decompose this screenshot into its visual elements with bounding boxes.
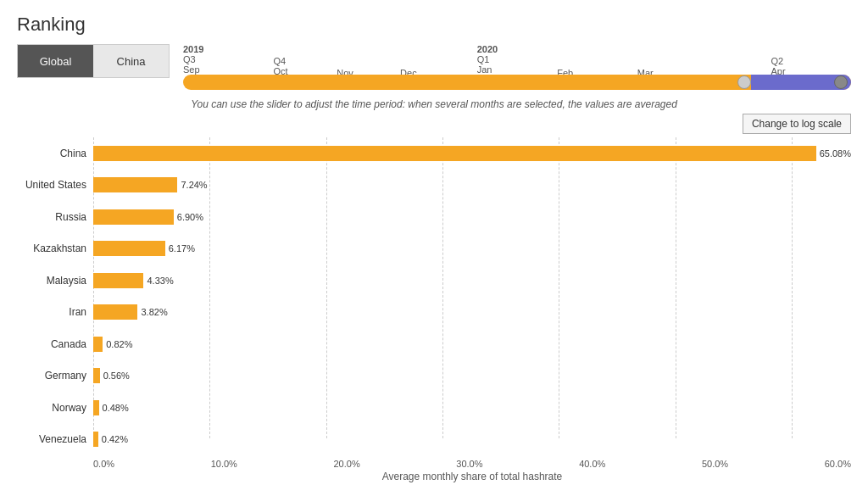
timeline-group: Mar (637, 44, 654, 78)
bar-row: Canada0.82% (17, 332, 851, 356)
x-tick: 10.0% (211, 459, 237, 469)
timeline-group: Q4Oct (273, 44, 287, 76)
timeline-quarter: Q4 (273, 56, 286, 66)
bar-fill (93, 400, 99, 415)
bar-track: 0.42% (93, 432, 851, 447)
log-scale-button[interactable]: Change to log scale (743, 114, 851, 134)
chart-inner: China65.08%United States7.24%Russia6.90%… (17, 137, 851, 482)
bar-row: Iran3.82% (17, 300, 851, 324)
bar-chart: China65.08%United States7.24%Russia6.90%… (17, 137, 851, 455)
bar-fill (93, 304, 137, 320)
tab-china[interactable]: China (93, 45, 169, 77)
bar-track: 0.56% (93, 368, 851, 383)
timeline-year: 2020 (477, 44, 498, 54)
bar-track: 0.82% (93, 337, 851, 352)
bar-value-label: 3.82% (141, 307, 167, 317)
timeline-quarter: Q2 (771, 56, 783, 66)
bar-country-label: Iran (17, 306, 93, 318)
chart-area: Change to log scale China65.08%United St… (17, 114, 851, 482)
timeline-quarter: Q3 (183, 54, 196, 64)
bar-country-label: Canada (17, 338, 93, 350)
bar-country-label: Norway (17, 402, 93, 414)
bar-value-label: 0.42% (102, 434, 128, 444)
x-tick: 40.0% (579, 459, 605, 469)
page-container: Ranking Global China 2019Q3SepQ4OctNovDe… (0, 0, 868, 496)
bar-row: United States7.24% (17, 173, 851, 197)
bar-country-label: Germany (17, 370, 93, 382)
bar-fill (93, 273, 143, 288)
bar-track: 4.33% (93, 273, 851, 288)
bar-country-label: Kazakhstan (17, 242, 93, 254)
bar-track: 7.24% (93, 177, 851, 192)
bar-row: Russia6.90% (17, 205, 851, 229)
timeline-group: Feb (557, 44, 573, 78)
bar-country-label: United States (17, 179, 93, 191)
bar-track: 65.08% (93, 146, 851, 161)
x-tick: 20.0% (334, 459, 360, 469)
bar-value-label: 0.82% (106, 339, 132, 349)
timeline-bar[interactable] (183, 75, 851, 90)
bar-track: 6.17% (93, 241, 851, 256)
timeline-handle-right[interactable] (834, 75, 848, 89)
bar-row: Venezuela0.42% (17, 427, 851, 451)
bar-track: 3.82% (93, 304, 851, 320)
bar-fill (93, 146, 816, 161)
bar-country-label: Venezuela (17, 433, 93, 445)
x-axis: 0.0%10.0%20.0%30.0%40.0%50.0%60.0% (93, 459, 851, 469)
bar-fill (93, 241, 165, 256)
bar-value-label: 4.33% (147, 276, 173, 286)
x-axis-label: Average monthly share of total hashrate (93, 471, 851, 482)
x-tick: 60.0% (825, 459, 851, 469)
tab-group: Global China (17, 44, 170, 78)
timeline-month: Jan (477, 64, 492, 75)
bar-fill (93, 177, 177, 192)
bar-fill (93, 432, 98, 447)
bar-row: Norway0.48% (17, 396, 851, 420)
tab-global[interactable]: Global (18, 45, 93, 77)
bar-value-label: 7.24% (181, 180, 207, 190)
x-tick: 0.0% (93, 459, 114, 469)
bar-value-label: 0.48% (103, 403, 129, 413)
bar-fill (93, 368, 100, 383)
timeline-quarter: Q1 (477, 54, 490, 64)
top-section: Global China 2019Q3SepQ4OctNovDec2020Q1J… (17, 44, 851, 90)
bar-track: 0.48% (93, 400, 851, 415)
hint-text: You can use the slider to adjust the tim… (17, 98, 851, 110)
x-tick: 30.0% (456, 459, 482, 469)
bar-track: 6.90% (93, 209, 851, 225)
timeline-group: Nov (337, 44, 353, 78)
bar-country-label: Malaysia (17, 275, 93, 287)
bar-fill (93, 337, 103, 352)
timeline-labels: 2019Q3SepQ4OctNovDec2020Q1JanFebMarQ2Apr (183, 44, 851, 73)
bar-value-label: 6.17% (169, 243, 195, 254)
timeline-handle-left[interactable] (737, 75, 751, 89)
timeline-group: 2020Q1Jan (477, 44, 498, 75)
page-title: Ranking (17, 14, 851, 36)
bar-row: Malaysia4.33% (17, 269, 851, 293)
x-tick: 50.0% (702, 459, 728, 469)
bar-value-label: 6.90% (177, 212, 203, 222)
timeline-group: Dec (400, 44, 417, 78)
bar-row: China65.08% (17, 142, 851, 165)
bar-row: Germany0.56% (17, 364, 851, 387)
bar-country-label: China (17, 148, 93, 159)
timeline-month: Sep (183, 64, 200, 75)
bar-value-label: 0.56% (103, 371, 130, 381)
timeline-group: Q2Apr (771, 44, 785, 76)
timeline-group: 2019Q3Sep (183, 44, 203, 75)
bar-fill (93, 209, 174, 225)
timeline-year: 2019 (183, 44, 203, 54)
timeline-section: 2019Q3SepQ4OctNovDec2020Q1JanFebMarQ2Apr (183, 44, 851, 90)
bar-country-label: Russia (17, 211, 93, 223)
bar-row: Kazakhstan6.17% (17, 237, 851, 260)
bar-value-label: 65.08% (820, 148, 851, 159)
